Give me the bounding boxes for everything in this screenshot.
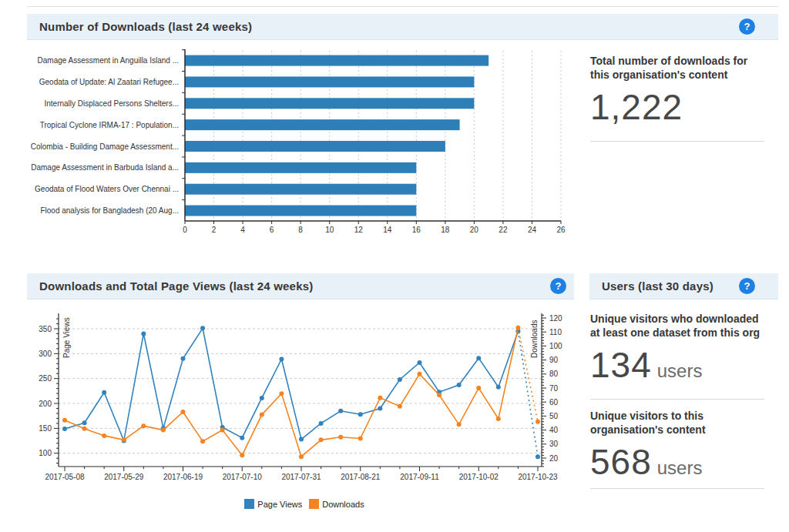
stat-divider (590, 141, 764, 142)
x-tick-label: 2017-08-21 (341, 473, 381, 481)
right-tick-label: 100 (549, 342, 562, 350)
x-tick-label: 18 (441, 226, 450, 234)
x-tick-label: 20 (470, 226, 479, 234)
right-tick-label: 90 (549, 356, 559, 364)
views-section-title: Downloads and Total Page Views (last 24 … (27, 279, 313, 293)
data-point (82, 420, 87, 425)
data-point (319, 437, 324, 442)
x-tick-label: 2017-05-29 (104, 473, 144, 481)
data-point (338, 409, 343, 413)
x-tick-label: 24 (528, 226, 537, 234)
data-point (536, 420, 540, 424)
x-tick-label: 2 (212, 226, 217, 234)
stat-divider (590, 399, 764, 400)
data-point (496, 385, 501, 390)
dataset-link[interactable]: Damage Assessment in Anguilla Island ... (38, 56, 179, 65)
data-point (536, 454, 540, 459)
dataset-link[interactable]: Colombia - Building Damage Assessment... (31, 142, 179, 151)
data-point (240, 436, 244, 440)
right-tick-label: 60 (549, 398, 559, 407)
bar (185, 55, 489, 66)
left-tick-label: 100 (39, 449, 52, 457)
x-tick-label: 2017-07-31 (281, 473, 321, 481)
right-tick-label: 50 (549, 412, 559, 420)
right-tick-label: 120 (549, 314, 562, 323)
data-point (398, 404, 402, 409)
x-tick-label: 16 (412, 226, 421, 234)
x-tick-label: 2017-10-23 (518, 473, 558, 481)
data-point (457, 383, 462, 387)
x-tick-label: 22 (499, 226, 508, 234)
total-downloads-label: Total number of downloads for this organ… (590, 54, 764, 82)
data-point (299, 454, 304, 459)
dataset-link[interactable]: Internally Displaced Persons Shelters... (44, 99, 179, 108)
data-point (200, 326, 205, 330)
views-line-chart-svg: 100150200250300350Page Views203040506070… (31, 303, 578, 491)
data-point (180, 356, 185, 361)
bar (185, 141, 445, 152)
data-point (476, 356, 481, 360)
dataset-link[interactable]: Geodata of Update: Al Zaatari Refugee... (39, 78, 179, 86)
bar (185, 119, 460, 130)
data-point (102, 390, 106, 395)
legend-swatch (244, 499, 254, 509)
unique-downloaders-suffix: users (657, 360, 703, 382)
legend-swatch (309, 499, 319, 509)
data-point (240, 453, 244, 457)
data-point (476, 386, 481, 390)
dataset-link[interactable]: Damage Assessment in Barbuda Island a... (31, 163, 179, 172)
views-help-button[interactable]: ? (550, 278, 566, 294)
right-tick-label: 20 (549, 454, 559, 463)
right-tick-label: 110 (549, 328, 562, 336)
data-point (102, 433, 106, 438)
right-tick-label: 30 (549, 440, 559, 448)
x-tick-label: 2017-07-10 (223, 473, 263, 481)
right-axis-title: Downloads (530, 320, 539, 358)
data-point (457, 422, 462, 427)
x-tick-label: 2017-05-08 (45, 473, 85, 481)
data-point (338, 435, 343, 440)
x-tick-label: 2017-06-19 (163, 473, 203, 481)
legend-label: Downloads (322, 500, 364, 509)
data-point (260, 396, 264, 400)
users-stats: Unique visitors who downloaded at least … (590, 312, 764, 489)
bar (185, 98, 474, 109)
downloads-bar-chart: Damage Assessment in Anguilla Island ...… (31, 45, 574, 242)
chart-legend: Page ViewsDownloads (31, 499, 578, 509)
legend-item-downloads: Downloads (309, 499, 364, 509)
downloads-help-button[interactable]: ? (739, 18, 755, 35)
x-tick-label: 6 (270, 226, 274, 234)
dataset-link[interactable]: Flood analysis for Bangladesh (20 Aug... (40, 206, 179, 215)
left-tick-label: 250 (39, 374, 52, 383)
bar (185, 206, 416, 216)
views-line-chart: 100150200250300350Page Views203040506070… (31, 303, 578, 494)
data-point (279, 356, 284, 361)
legend-item-page-views: Page Views (244, 499, 302, 509)
x-tick-label: 2017-10-02 (459, 473, 499, 481)
unique-visitors-suffix: users (657, 457, 703, 479)
x-tick-label: 2017-09-11 (400, 473, 439, 481)
users-help-button[interactable]: ? (739, 278, 755, 294)
data-point (200, 439, 205, 443)
unique-downloaders-value: 134 (590, 346, 652, 385)
bar (185, 76, 474, 87)
data-point (515, 326, 520, 330)
dataset-link[interactable]: Geodata of Flood Waters Over Chennai ... (35, 185, 179, 193)
dataset-link[interactable]: Tropical Cyclone IRMA-17 : Population... (40, 121, 179, 129)
data-point (279, 391, 284, 396)
right-tick-label: 70 (549, 384, 559, 393)
data-point (62, 418, 67, 423)
data-point (299, 437, 304, 442)
right-tick-label: 40 (549, 426, 559, 434)
downloads-section-title: Number of Downloads (last 24 weeks) (27, 20, 252, 33)
bar (185, 162, 416, 173)
x-tick-label: 0 (183, 226, 187, 234)
downloads-section-header: Number of Downloads (last 24 weeks) ? (27, 14, 778, 40)
data-point (437, 393, 442, 397)
data-point (161, 428, 166, 433)
users-section-header: Users (last 30 days) ? (589, 273, 778, 299)
data-point (398, 377, 402, 382)
data-point (141, 423, 146, 428)
data-point (82, 427, 87, 431)
data-point (417, 372, 421, 376)
